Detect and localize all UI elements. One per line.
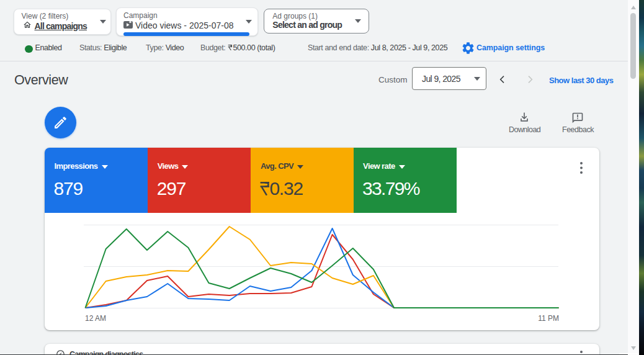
svg-text:11 PM: 11 PM: [538, 314, 559, 323]
svg-text:12 AM: 12 AM: [85, 314, 106, 323]
